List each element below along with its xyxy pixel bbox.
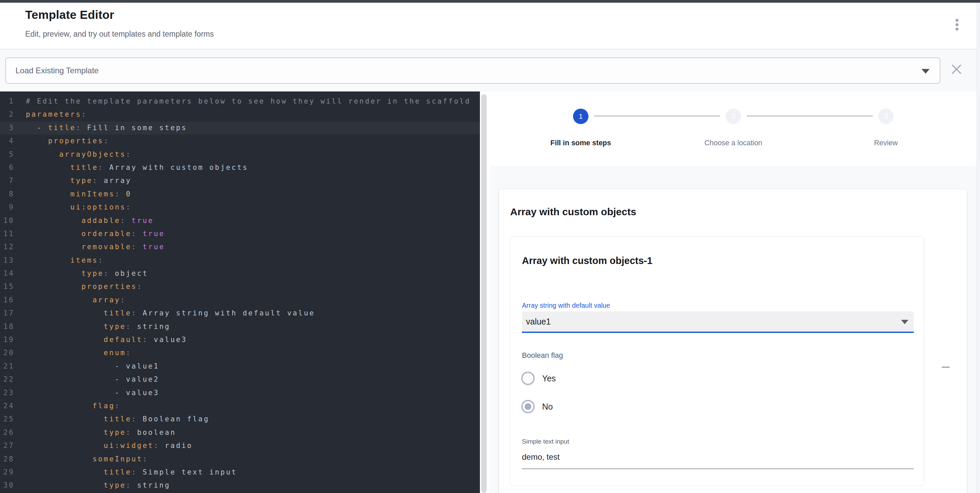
code-line: 5 arrayObjects: — [0, 148, 480, 161]
form-preview-panel: 1 Fill in some steps 2 Choose a location… — [490, 91, 980, 493]
line-number: 8 — [0, 188, 14, 201]
line-number: 16 — [0, 294, 14, 307]
array-section-card: Array with custom objects Array with cus… — [499, 189, 967, 493]
yaml-code-editor[interactable]: 1# Edit the template parameters below to… — [0, 91, 480, 493]
code-line: 20 enum: — [0, 346, 480, 359]
code-line: 26 type: boolean — [0, 426, 480, 439]
line-number: 13 — [0, 254, 14, 267]
code-line: 13 items: — [0, 254, 480, 267]
clear-x-icon — [951, 64, 962, 75]
radio-button-icon — [521, 372, 535, 385]
text-field-label: Simple text input — [522, 438, 569, 445]
clear-template-button[interactable] — [948, 61, 965, 78]
line-number: 28 — [0, 453, 14, 466]
step-label: Fill in some steps — [527, 139, 635, 147]
line-number: 11 — [0, 227, 14, 241]
line-number: 6 — [0, 161, 14, 174]
line-number: 2 — [0, 108, 14, 121]
load-template-bar: Load Existing Template — [0, 49, 980, 91]
line-number: 20 — [0, 346, 14, 359]
line-number: 30 — [0, 479, 14, 492]
divider-drag-handle[interactable] — [481, 94, 487, 493]
step-fill-in-some-steps[interactable]: 1 Fill in some steps — [527, 108, 635, 147]
page-title: Template Editor — [25, 8, 114, 22]
code-line: 16 array: — [0, 294, 480, 307]
page-header: Template Editor Edit, preview, and try o… — [0, 3, 980, 49]
code-line: 27 ui:widget: radio — [0, 439, 480, 452]
line-number: 3 — [0, 121, 14, 134]
simple-text-input[interactable]: demo, test — [522, 452, 560, 462]
radio-button-icon — [521, 400, 535, 413]
array-string-select[interactable]: value1 — [522, 311, 914, 333]
line-number: 14 — [0, 267, 14, 280]
line-number: 18 — [0, 320, 14, 333]
code-line: 18 type: string — [0, 320, 480, 333]
code-line: 30 type: string — [0, 479, 480, 492]
line-number: 25 — [0, 413, 14, 426]
line-number: 9 — [0, 201, 14, 214]
line-number: 4 — [0, 134, 14, 148]
code-line: 23 - value3 — [0, 386, 480, 399]
load-existing-template-select[interactable]: Load Existing Template — [5, 57, 940, 84]
load-template-placeholder: Load Existing Template — [16, 58, 99, 83]
step-review[interactable]: 3 Review — [832, 108, 940, 147]
overflow-menu-button[interactable] — [949, 16, 965, 38]
code-line: 1# Edit the template parameters below to… — [0, 95, 480, 108]
code-line: 25 title: Boolean flag — [0, 413, 480, 426]
line-number: 23 — [0, 386, 14, 399]
text-input-underline — [522, 469, 914, 469]
code-line: 29 title: Simple text input — [0, 466, 480, 479]
line-number: 1 — [0, 95, 14, 108]
radio-option-label: No — [542, 402, 553, 412]
code-line: 8 minItems: 0 — [0, 188, 480, 201]
step-number-badge: 3 — [878, 108, 894, 124]
code-line: 2parameters: — [0, 108, 480, 121]
code-line: 22 - value2 — [0, 373, 480, 386]
main-split: 1# Edit the template parameters below to… — [0, 91, 980, 493]
form-section: Array with custom objects Array with cus… — [490, 166, 980, 493]
dropdown-caret-icon — [921, 69, 929, 73]
radio-option-label: Yes — [542, 373, 556, 383]
radio-group-label: Boolean flag — [522, 351, 563, 360]
remove-array-item-button[interactable] — [938, 360, 953, 375]
line-number: 26 — [0, 426, 14, 439]
editor-panel-divider — [480, 91, 490, 493]
line-number: 5 — [0, 148, 14, 161]
remove-minus-icon — [942, 367, 950, 368]
line-number: 15 — [0, 280, 14, 293]
code-line: 14 type: object — [0, 267, 480, 280]
radio-option-yes[interactable]: Yes — [521, 371, 556, 386]
code-line: 28 someInput: — [0, 453, 480, 466]
line-number: 10 — [0, 214, 14, 227]
code-line: 24 flag: — [0, 399, 480, 413]
kebab-menu-icon — [956, 27, 958, 30]
line-number: 12 — [0, 241, 14, 254]
line-number: 19 — [0, 333, 14, 346]
step-label: Review — [832, 139, 940, 147]
code-line: 21 - value1 — [0, 360, 480, 373]
code-line: 17 title: Array string with default valu… — [0, 307, 480, 320]
line-number: 27 — [0, 439, 14, 452]
array-item-card: Array with custom objects-1 Array string… — [510, 236, 924, 486]
radio-option-no[interactable]: No — [521, 399, 553, 414]
window-top-strip — [0, 0, 980, 3]
stepper: 1 Fill in some steps 2 Choose a location… — [490, 91, 980, 166]
kebab-menu-icon — [956, 23, 958, 26]
line-number: 17 — [0, 307, 14, 320]
step-choose-a-location[interactable]: 2 Choose a location — [679, 108, 787, 147]
code-line: 7 type: array — [0, 174, 480, 187]
step-label: Choose a location — [679, 139, 787, 147]
kebab-menu-icon — [956, 19, 958, 22]
select-field-label: Array string with default value — [522, 302, 610, 310]
code-line: 9 ui:options: — [0, 201, 480, 214]
code-line: 12 removable: true — [0, 241, 480, 254]
template-editor-app: Template Editor Edit, preview, and try o… — [0, 0, 980, 493]
code-line: 4 properties: — [0, 134, 480, 148]
code-line: 10 addable: true — [0, 214, 480, 227]
array-item-title: Array with custom objects-1 — [522, 255, 652, 266]
step-number-badge: 1 — [573, 108, 589, 124]
code-line: 19 default: value3 — [0, 333, 480, 346]
code-line: 15 properties: — [0, 280, 480, 293]
page-scrollbar[interactable] — [977, 3, 980, 493]
line-number: 29 — [0, 466, 14, 479]
